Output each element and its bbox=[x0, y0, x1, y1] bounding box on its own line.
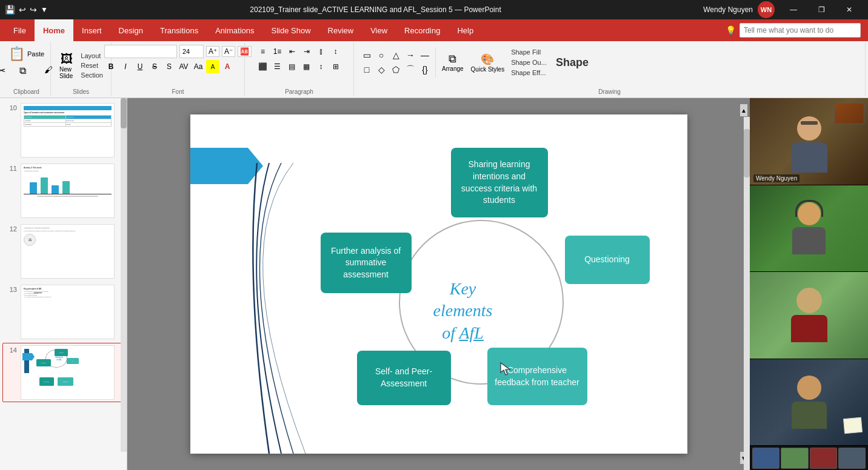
slide-thumb-14[interactable]: 14 Keyelementsof AfL Sharing Q Further S… bbox=[2, 343, 124, 402]
numbering-button[interactable]: 1≡ bbox=[271, 45, 284, 58]
arrange-button[interactable]: ⧉ Arrange bbox=[439, 51, 466, 73]
ribbon-group-font: A⁺ A⁻ 🆎 B I U S S AV Aa A A Font bbox=[112, 42, 245, 96]
tab-help[interactable]: Help bbox=[449, 19, 482, 41]
oval-shape-button[interactable]: ○ bbox=[375, 48, 388, 62]
window-title: 202109_Trainer slide_ACTIVE LEARNING and… bbox=[48, 5, 703, 14]
panel-scrollbar[interactable] bbox=[121, 98, 127, 452]
cut-icon: ✂ bbox=[0, 65, 5, 76]
slide-thumb-10[interactable]: 10 Types of formative and summative asse… bbox=[2, 101, 124, 160]
center-text: Key elements of AfL bbox=[415, 278, 512, 344]
align-center-button[interactable]: ☰ bbox=[271, 60, 284, 73]
paragraph-controls: ≡ 1≡ ⇤ ⇥ ⫿ ↕ ⬛ ☰ ▤ ▦ ↕ ⊞ bbox=[255, 42, 344, 88]
minimize-button[interactable]: — bbox=[780, 0, 807, 19]
shape-outline-button[interactable]: Shape Ou... bbox=[509, 58, 549, 67]
font-increase-button[interactable]: A⁺ bbox=[206, 46, 219, 57]
mini-thumb-2 bbox=[781, 448, 808, 469]
slide-thumb-11[interactable]: 11 Activity 1: Five week Assessment sche… bbox=[2, 161, 124, 220]
columns-button[interactable]: ⫿ bbox=[315, 45, 328, 58]
slide-number-14: 14 bbox=[5, 345, 17, 354]
underline-button[interactable]: U bbox=[133, 60, 147, 73]
arrow-shape-button[interactable]: → bbox=[404, 48, 417, 62]
font-name-input[interactable] bbox=[104, 45, 177, 58]
box-questioning: Questioning bbox=[565, 236, 650, 284]
text-direction-button[interactable]: ↕ bbox=[329, 45, 342, 58]
redo-icon[interactable]: ↪ bbox=[30, 5, 37, 15]
increase-indent-button[interactable]: ⇥ bbox=[300, 45, 313, 58]
reset-button[interactable]: Reset bbox=[79, 61, 105, 70]
new-slide-button[interactable]: 🖼 New Slide bbox=[57, 51, 76, 81]
arc-shape-button[interactable]: ⌒ bbox=[404, 63, 417, 76]
justify-button[interactable]: ▦ bbox=[300, 60, 313, 73]
tab-insert[interactable]: Insert bbox=[73, 19, 110, 41]
align-right-button[interactable]: ▤ bbox=[285, 60, 299, 73]
copy-button[interactable]: ⧉ bbox=[17, 64, 36, 78]
save-icon[interactable]: 💾 bbox=[5, 5, 15, 15]
tab-home[interactable]: Home bbox=[35, 19, 73, 41]
mini-thumb-4 bbox=[838, 448, 866, 469]
title-bar: 💾 ↩ ↪ ▼ 202109_Trainer slide_ACTIVE LEAR… bbox=[0, 0, 868, 19]
shadow-button[interactable]: S bbox=[162, 60, 176, 73]
new-slide-icon: 🖼 bbox=[61, 52, 73, 66]
slide-image-14: Keyelementsof AfL Sharing Q Further Self… bbox=[21, 345, 115, 400]
maximize-button[interactable]: ❐ bbox=[807, 0, 835, 19]
panel-scrollbar-thumb[interactable] bbox=[121, 98, 127, 128]
tab-animations[interactable]: Animations bbox=[207, 19, 262, 41]
user-avatar: WN bbox=[758, 1, 775, 18]
section-button[interactable]: Section bbox=[79, 71, 105, 79]
font-decrease-button[interactable]: A⁻ bbox=[222, 46, 235, 57]
tab-view[interactable]: View bbox=[362, 19, 396, 41]
font-size-input[interactable] bbox=[179, 45, 204, 58]
square-shape-button[interactable]: □ bbox=[360, 63, 373, 76]
cut-button[interactable]: ✂ bbox=[0, 64, 15, 78]
ribbon: File Home Insert Design Transitions Anim… bbox=[0, 19, 868, 98]
bullets-button[interactable]: ≡ bbox=[256, 45, 270, 58]
align-left-button[interactable]: ⬛ bbox=[256, 60, 270, 73]
line-shape-button[interactable]: — bbox=[418, 48, 432, 62]
line-spacing-button[interactable]: ↕ bbox=[315, 60, 328, 73]
slide-number-13: 13 bbox=[5, 285, 17, 293]
quick-styles-button[interactable]: 🎨 Quick Styles bbox=[469, 51, 507, 74]
slide-thumb-13[interactable]: 13 Key principles of AfL • AfL is princi… bbox=[2, 282, 124, 342]
bracket-shape-button[interactable]: {} bbox=[418, 63, 432, 76]
slide-image-12: Assessment for learning fundamentals... … bbox=[21, 224, 115, 279]
shape-effects-button[interactable]: Shape Eff... bbox=[509, 68, 549, 77]
bold-button[interactable]: B bbox=[104, 60, 118, 73]
diamond-shape-button[interactable]: ◇ bbox=[375, 63, 388, 76]
tab-slideshow[interactable]: Slide Show bbox=[262, 19, 319, 41]
customize-icon[interactable]: ▼ bbox=[41, 5, 48, 14]
tab-transitions[interactable]: Transitions bbox=[152, 19, 207, 41]
canvas-area: ▲ ▼ bbox=[127, 98, 750, 470]
tab-recording[interactable]: Recording bbox=[396, 19, 449, 41]
ribbon-content: 📋 Paste ✂ ⧉ 🖌 Clipboard bbox=[0, 41, 868, 98]
change-case-button[interactable]: Aa bbox=[192, 60, 205, 73]
italic-button[interactable]: I bbox=[119, 60, 132, 73]
ribbon-tabs: File Home Insert Design Transitions Anim… bbox=[0, 19, 868, 41]
slide-canvas[interactable]: Key elements of AfL Sharing learning int… bbox=[190, 114, 687, 454]
tab-design[interactable]: Design bbox=[110, 19, 152, 41]
close-button[interactable]: ✕ bbox=[835, 0, 863, 19]
smart-art-button[interactable]: ⊞ bbox=[329, 60, 342, 73]
rect-shape-button[interactable]: ▭ bbox=[360, 48, 373, 62]
quick-styles-label: Quick Styles bbox=[471, 66, 505, 73]
slide-thumb-12[interactable]: 12 Assessment for learning fundamentals.… bbox=[2, 222, 124, 281]
lightbulb-icon: 💡 bbox=[726, 25, 736, 35]
video-tile-3 bbox=[750, 272, 868, 359]
video-tile-4 bbox=[750, 359, 868, 446]
shape-fill-button[interactable]: Shape Fill bbox=[509, 48, 549, 56]
strikethrough-button[interactable]: S bbox=[148, 60, 161, 73]
layout-button[interactable]: Layout bbox=[79, 51, 105, 60]
scroll-up-button[interactable]: ▲ bbox=[740, 104, 747, 116]
decrease-indent-button[interactable]: ⇤ bbox=[285, 45, 299, 58]
font-color-button[interactable]: A bbox=[221, 60, 234, 73]
highlight-button[interactable]: A bbox=[206, 60, 219, 73]
tab-review[interactable]: Review bbox=[319, 19, 362, 41]
ribbon-search-input[interactable] bbox=[739, 23, 861, 38]
tab-file[interactable]: File bbox=[5, 19, 35, 41]
char-spacing-button[interactable]: AV bbox=[177, 60, 190, 73]
triangle-shape-button[interactable]: △ bbox=[389, 48, 402, 62]
pentagon-shape-button[interactable]: ⬠ bbox=[389, 63, 402, 76]
undo-icon[interactable]: ↩ bbox=[19, 5, 26, 15]
quick-styles-icon: 🎨 bbox=[481, 53, 494, 66]
arrange-icon: ⧉ bbox=[449, 53, 456, 65]
paste-button[interactable]: 📋 Paste bbox=[6, 45, 47, 63]
